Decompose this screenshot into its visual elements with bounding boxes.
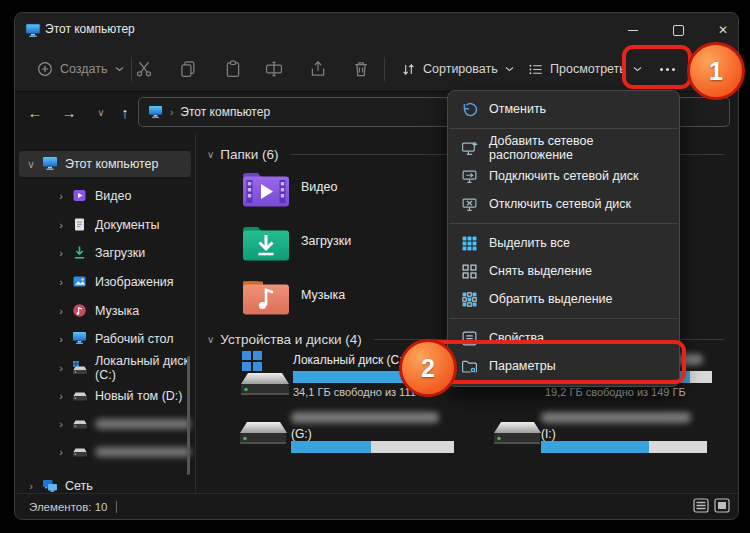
sidebar-item-documents[interactable]: › Документы [19, 212, 191, 238]
this-pc-icon [42, 156, 58, 172]
menu-item-select-all[interactable]: Выделить все [448, 229, 679, 257]
chevron-collapsed-icon[interactable]: › [55, 446, 67, 458]
folder-label: Загрузки [301, 234, 351, 248]
breadcrumb[interactable]: Этот компьютер [180, 105, 270, 119]
window-title: Этот компьютер [45, 22, 135, 36]
paste-icon[interactable] [224, 60, 242, 78]
navigation-pane: ∨ Этот компьютер › Видео › Документы › З… [15, 134, 195, 494]
copy-icon[interactable] [179, 60, 197, 78]
sort-icon [401, 62, 416, 77]
blurred-drive-name [291, 412, 439, 423]
step-2-badge: 2 [399, 339, 457, 397]
sidebar-item-video[interactable]: › Видео [19, 183, 191, 209]
large-icons-view-icon[interactable] [714, 498, 730, 513]
chevron-collapsed-icon[interactable]: › [25, 480, 37, 492]
sidebar-item-downloads[interactable]: › Загрузки [19, 240, 191, 266]
sidebar-item-music[interactable]: › Музыка [19, 298, 191, 324]
menu-item-undo[interactable]: Отменить [448, 95, 679, 123]
sidebar-item-cloud-drive[interactable]: › [19, 411, 191, 437]
downloads-icon [72, 245, 88, 261]
status-divider [116, 501, 117, 513]
chevron-collapsed-icon[interactable]: › [55, 305, 67, 317]
chevron-collapsed-icon[interactable]: › [55, 276, 67, 288]
pane-divider[interactable] [195, 134, 196, 494]
drive-usage-bar [291, 441, 454, 453]
minimize-button[interactable] [611, 13, 655, 47]
video-folder-icon [241, 169, 291, 209]
rename-icon[interactable] [265, 60, 283, 78]
sidebar-item-label: Новый том (D:) [95, 389, 183, 403]
local-disk-icon [72, 360, 88, 376]
maximize-button[interactable] [656, 13, 700, 47]
sidebar-item-label: Этот компьютер [65, 157, 158, 171]
close-icon: ✕ [718, 23, 728, 37]
chevron-collapsed-icon[interactable]: › [55, 362, 67, 374]
sort-button-label: Сортировать [423, 62, 498, 76]
new-button-label: Создать [60, 62, 108, 76]
downloads-folder-icon [241, 223, 291, 263]
sidebar-item-label: Изображения [95, 275, 174, 289]
blurred-drive-name [541, 412, 691, 423]
menu-item-label: Обратить выделение [489, 292, 612, 306]
chevron-collapsed-icon[interactable]: › [55, 390, 67, 402]
pictures-icon [72, 274, 88, 290]
this-pc-icon [148, 105, 163, 119]
new-button[interactable]: Создать [27, 54, 134, 84]
chevron-expanded-icon[interactable]: ∨ [207, 149, 214, 160]
chevron-collapsed-icon[interactable]: › [55, 219, 67, 231]
disk-icon [72, 444, 88, 460]
sidebar-item-cloud-drive[interactable]: › [19, 439, 191, 465]
chevron-collapsed-icon[interactable]: › [55, 418, 67, 430]
delete-icon[interactable] [352, 60, 370, 78]
disk-icon [72, 388, 88, 404]
sidebar-item-label: Локальный диск (C:) [95, 354, 191, 382]
toolbar-separator [131, 57, 132, 81]
menu-item-label: Добавить сетевое расположение [489, 134, 666, 162]
drive-label: Локальный диск (C:) [293, 353, 407, 367]
add-network-location-icon [461, 140, 478, 157]
forward-button[interactable]: → [55, 98, 83, 126]
status-bar: Элементов: 10 [15, 493, 738, 519]
sidebar-item-label: Музыка [95, 304, 139, 318]
network-icon [42, 478, 58, 494]
menu-item-invert-selection[interactable]: Обратить выделение [448, 285, 679, 313]
back-button[interactable]: ← [21, 98, 49, 126]
invert-selection-icon [461, 291, 478, 308]
share-icon[interactable] [309, 60, 327, 78]
drive-free-space: 19,2 ГБ свободно из 149 ГБ [545, 386, 686, 398]
sidebar-item-label: Документы [95, 218, 159, 232]
menu-separator [449, 318, 678, 319]
menu-item-select-none[interactable]: Снять выделение [448, 257, 679, 285]
sort-button[interactable]: Сортировать [391, 54, 524, 84]
sidebar-item-this-pc[interactable]: ∨ Этот компьютер [19, 151, 191, 177]
view-button-label: Просмотреть [550, 62, 626, 76]
disk-icon [493, 421, 541, 449]
menu-item-label: Снять выделение [489, 264, 592, 278]
menu-item-add-network-location[interactable]: Добавить сетевое расположение [448, 134, 679, 162]
sidebar-item-new-volume-d[interactable]: › Новый том (D:) [19, 383, 191, 409]
section-title: Папки (6) [220, 147, 278, 162]
select-none-icon [461, 263, 478, 280]
chevron-expanded-icon[interactable]: ∨ [25, 158, 37, 171]
chevron-collapsed-icon[interactable]: › [55, 333, 67, 345]
chevron-collapsed-icon[interactable]: › [55, 247, 67, 259]
step-1-badge: 1 [687, 42, 745, 100]
sidebar-scrollbar[interactable] [187, 356, 190, 475]
chevron-down-icon [505, 66, 514, 72]
menu-item-label: Отключить сетевой диск [489, 197, 631, 211]
chevron-expanded-icon[interactable]: ∨ [207, 334, 214, 345]
details-view-icon[interactable] [693, 498, 709, 513]
sidebar-item-label: Сеть [65, 479, 93, 493]
menu-item-map-network-drive[interactable]: Подключить сетевой диск [448, 162, 679, 190]
sidebar-item-pictures[interactable]: › Изображения [19, 269, 191, 295]
blurred-drive-name [95, 419, 191, 429]
documents-icon [72, 217, 88, 233]
sidebar-item-desktop[interactable]: › Рабочий стол [19, 326, 191, 352]
menu-item-disconnect-network-drive[interactable]: Отключить сетевой диск [448, 190, 679, 218]
cut-icon[interactable] [135, 60, 153, 78]
desktop-icon [72, 331, 88, 347]
chevron-collapsed-icon[interactable]: › [55, 190, 67, 202]
toolbar-separator [384, 57, 385, 81]
sidebar-item-local-disk-c[interactable]: › Локальный диск (C:) [19, 355, 191, 381]
up-button[interactable]: ↑ [111, 98, 139, 126]
